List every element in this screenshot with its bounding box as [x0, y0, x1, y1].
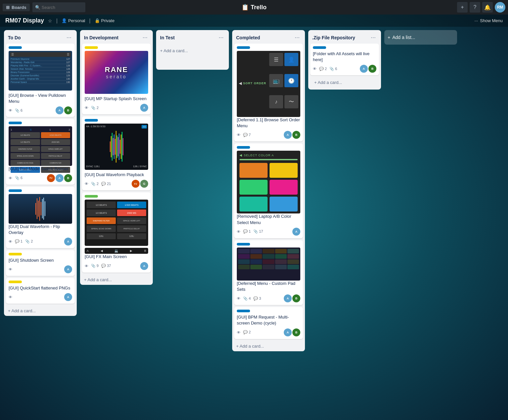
add-card-ziprepo[interactable]: + Add a card... — [310, 77, 379, 88]
card-bpm-request[interactable]: [GUI] BPM Request - Multi-screen Demo (c… — [234, 307, 303, 339]
personal-tag: 👤 Personal — [62, 18, 85, 23]
so-icon-video: 📺 — [269, 74, 283, 87]
avatar-a2: A — [56, 174, 64, 182]
color-green — [239, 180, 268, 195]
add-card-intest[interactable]: + Add a card... — [156, 46, 229, 56]
card-quickstart[interactable]: [GUI] QuickStart flattened PNGs 👁 A — [6, 278, 75, 304]
divider-1: | — [56, 18, 58, 24]
add-card-completed[interactable]: + Add a card... — [232, 341, 305, 351]
info-button[interactable]: ? — [470, 2, 480, 13]
avatar-b11: B — [292, 294, 300, 302]
card-meta-comment-7: 💬 21 — [101, 182, 111, 186]
list-todo-cards: ☰ ☰ Premium Skyzone127Wondering - Radio … — [4, 44, 77, 306]
card-dual-waveform-playback[interactable]: 4A -1:59:53 9:53 4A — [82, 116, 151, 190]
list-completed-menu-button[interactable]: ··· — [293, 33, 301, 42]
card-footer-quickstart: 👁 A — [9, 293, 72, 301]
search-icon: 🔍 — [35, 5, 40, 10]
card-avatars-2: FJ A B — [47, 174, 72, 182]
list-ziprepo-cards: [Folder with All Assets will live here] … — [308, 44, 381, 90]
pm-btn-7: SPIRAL ECHO DOWN — [11, 153, 40, 159]
board-header: RM07 Display ☆ | 👤 Personal | 🔒 Private … — [0, 15, 508, 27]
card-image-dualwave — [9, 194, 72, 224]
list-ziprepo-header: .Zip File Repository ··· — [308, 30, 381, 44]
card-avatars-4: A — [64, 265, 72, 273]
list-todo-title: To Do — [8, 35, 21, 40]
card-avatars-7: FJ G — [132, 180, 148, 188]
card-image-colorsel: ◀ SELECT COLOR A — [237, 151, 300, 213]
card-footer-fxmain: 👁 📎 9 💬 37 A — [85, 262, 148, 270]
card-meta-eye-13: 👁 — [313, 67, 317, 71]
card-title-folder: [Folder with All Assets will live here] — [313, 51, 376, 63]
pm-btn-4: 2000 MS — [41, 139, 70, 145]
so-icon-wave: 〜 — [284, 95, 298, 108]
card-meta-attach-8: 📎 9 — [91, 264, 99, 268]
card-mp-startup[interactable]: RANE serato [GUI] MP Startup Splash Scre… — [82, 44, 151, 114]
card-meta-attach-3: 📎 2 — [25, 239, 33, 244]
card-meta-eye-11: 👁 — [237, 296, 240, 300]
lock-icon: 🔒 — [95, 18, 100, 23]
add-card-indev[interactable]: + Add a card... — [80, 275, 153, 285]
list-ziprepo-menu-button[interactable]: ··· — [369, 33, 377, 42]
star-icon[interactable]: ☆ — [48, 18, 52, 23]
list-intest-menu-button[interactable]: ··· — [217, 33, 225, 42]
user-avatar[interactable]: RM — [495, 2, 505, 13]
list-todo-menu-button[interactable]: ··· — [65, 33, 73, 42]
card-label-yellow — [9, 253, 22, 255]
boards-button[interactable]: ⊞ Boards — [3, 4, 30, 11]
notifications-button[interactable]: 🔔 — [482, 2, 493, 13]
list-completed-header: Completed ··· — [232, 30, 305, 44]
card-footer-browsesort: 👁 💬 7 A B — [237, 131, 300, 139]
card-image-sortorder: ◀ SORT ORDER ☰ 👤 📺 🕐 ♪ 〜 — [237, 51, 300, 117]
color-teal — [239, 197, 268, 211]
card-folder-assets[interactable]: [Folder with All Assets will live here] … — [310, 44, 379, 75]
card-image-rane: RANE serato — [85, 51, 148, 94]
colorsel-header: ◀ SELECT COLOR A — [239, 153, 298, 157]
list-indev-menu-button[interactable]: ··· — [141, 33, 149, 42]
card-meta-attach: 📎 6 — [15, 108, 22, 113]
card-label-blue-2 — [9, 122, 22, 124]
card-browse-sort[interactable]: ◀ SORT ORDER ☰ 👤 📺 🕐 ♪ 〜 [Deferred 1.1] … — [234, 44, 303, 141]
so-icon-person: 👤 — [284, 53, 298, 66]
card-label-blue-5 — [237, 46, 250, 49]
serato-text: serato — [106, 74, 127, 79]
list-indev-header: In Development ··· — [80, 30, 153, 44]
card-fx-main[interactable]: 1/2 BEATS 1/320 BEATS 1/2 BEATS 2000 MS … — [82, 192, 151, 272]
card-pad-mode[interactable]: 1S12 1/2 BEATS 1/320 BEATS 1/2 BEATS 200… — [6, 119, 75, 184]
pm-btn-5: SHEPARD FILTER — [11, 146, 40, 152]
show-menu-button[interactable]: ··· Show Menu — [475, 18, 503, 23]
fx-label-a: A — [87, 249, 89, 252]
add-list-label: Add a list... — [392, 35, 415, 40]
add-card-todo[interactable]: + Add a card... — [4, 306, 77, 316]
card-title-padmode: [GUI] Pad Mode Switch Banner — [9, 166, 72, 172]
card-title-bpmrequest: [GUI] BPM Request - Multi-screen Demo (c… — [237, 314, 300, 326]
card-meta-eye-3: 👁 — [9, 240, 12, 244]
pm-btn-10: COMBOFILTER — [41, 160, 70, 166]
add-list-button[interactable]: + Add a list... — [384, 30, 457, 45]
card-label-blue-4 — [85, 119, 98, 122]
card-meta-comment-11: 💬 3 — [253, 296, 261, 301]
card-label-blue-9 — [313, 46, 326, 49]
card-avatars-9: A B — [284, 131, 300, 139]
card-avatars-11: A B — [284, 294, 300, 302]
fx-btn-1: 1/2 BEATS — [87, 202, 116, 208]
card-shutdown[interactable]: [GUI] Shutdown Screen 👁 A — [6, 250, 75, 276]
card-color-select[interactable]: ◀ SELECT COLOR A [Removed] Laptop A/B Co… — [234, 143, 303, 238]
card-meta-comment-10: 💬 1 — [243, 229, 251, 234]
card-avatars: A B — [56, 106, 72, 114]
card-meta-attach-13: 📎 6 — [329, 67, 337, 71]
card-browse-pulldown[interactable]: ☰ ☰ Premium Skyzone127Wondering - Radio … — [6, 44, 75, 117]
card-title-fxmain: [GUI] FX Main Screen — [85, 254, 148, 260]
card-meta-comment-8: 💬 37 — [101, 264, 111, 268]
card-title-mpstartup: [GUI] MP Startup Splash Screen — [85, 96, 148, 102]
avatar-b12: B — [292, 328, 300, 336]
fx-btn-10: 128♩ — [117, 233, 146, 239]
list-todo-header: To Do ··· — [4, 30, 77, 44]
so-icon-list: ☰ — [269, 53, 283, 66]
card-dual-waveform-flip[interactable]: [GUI] Dual Waveform - Flip Overlay 👁 💬 1… — [6, 187, 75, 248]
fx-btn-5: SHEPARD FILTER — [87, 217, 116, 224]
add-button[interactable]: + — [457, 2, 468, 13]
card-title-shutdown: [GUI] Shutdown Screen — [9, 257, 72, 263]
list-ziprepo-title: .Zip File Repository — [312, 35, 355, 40]
card-pad-sets[interactable]: [Deferred] Menu - Custom Pad Sets 👁 📎 4 … — [234, 240, 303, 305]
avatar-g: G — [140, 180, 148, 188]
